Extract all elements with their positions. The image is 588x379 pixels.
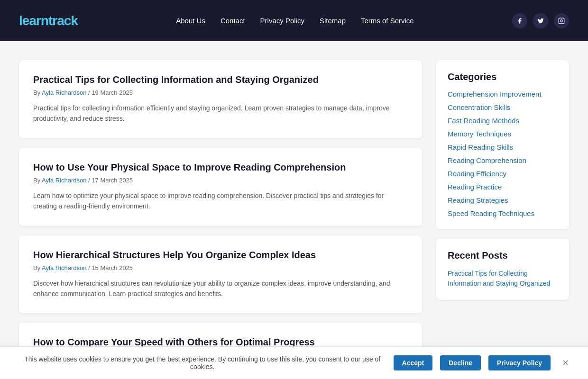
recent-posts-section: Recent Posts Practical Tips for Collecti…	[436, 239, 569, 300]
main-nav: About Us Contact Privacy Policy Sitemap …	[176, 17, 414, 25]
category-link-reading-strategies[interactable]: Reading Strategies	[448, 196, 508, 204]
svg-rect-0	[559, 18, 564, 24]
instagram-icon[interactable]	[554, 13, 569, 28]
close-cookie-banner-button[interactable]: ✕	[562, 358, 569, 368]
article-author-link[interactable]: Ayla Richardson	[42, 177, 86, 184]
article-title: How Hierarchical Structures Help You Org…	[33, 250, 408, 261]
nav-privacy-policy[interactable]: Privacy Policy	[260, 17, 304, 25]
privacy-policy-cookies-button[interactable]: Privacy Policy	[488, 355, 551, 370]
main-content: Practical Tips for Collecting Informatio…	[19, 60, 422, 366]
article-card: How Hierarchical Structures Help You Org…	[19, 235, 422, 314]
recent-post-link[interactable]: Practical Tips for Collecting Informatio…	[448, 270, 550, 287]
nav-contact[interactable]: Contact	[220, 17, 245, 25]
category-link-reading-practice[interactable]: Reading Practice	[448, 183, 502, 191]
category-link-memory-techniques[interactable]: Memory Techniques	[448, 130, 511, 138]
site-logo: learntrack	[19, 13, 78, 28]
accept-cookies-button[interactable]: Accept	[394, 355, 433, 370]
category-list: Comprehension Improvement Concentration …	[448, 90, 558, 218]
category-link-fast-reading-methods[interactable]: Fast Reading Methods	[448, 117, 519, 125]
article-meta: By Ayla Richardson / 17 March 2025	[33, 177, 408, 184]
logo-text: learntrack	[19, 13, 78, 28]
list-item: Reading Practice	[448, 183, 558, 191]
facebook-icon[interactable]	[512, 13, 527, 28]
list-item: Fast Reading Methods	[448, 117, 558, 125]
cookie-text: This website uses cookies to ensure you …	[19, 355, 386, 370]
list-item: Reading Strategies	[448, 196, 558, 205]
article-author-link[interactable]: Ayla Richardson	[42, 89, 86, 96]
category-link-reading-efficiency[interactable]: Reading Efficiency	[448, 170, 506, 178]
category-link-comprehension-improvement[interactable]: Comprehension Improvement	[448, 90, 542, 98]
category-link-rapid-reading-skills[interactable]: Rapid Reading Skills	[448, 143, 513, 151]
site-header: learntrack About Us Contact Privacy Poli…	[0, 0, 588, 41]
sidebar: Categories Comprehension Improvement Con…	[436, 60, 569, 366]
list-item: Comprehension Improvement	[448, 90, 558, 99]
category-link-reading-comprehension[interactable]: Reading Comprehension	[448, 156, 526, 164]
article-excerpt: Practical tips for collecting informatio…	[33, 103, 408, 124]
social-icons-group	[512, 13, 569, 28]
article-date: 15 March 2025	[92, 264, 133, 271]
article-title: How to Use Your Physical Space to Improv…	[33, 162, 408, 173]
category-link-speed-reading-techniques[interactable]: Speed Reading Techniques	[448, 209, 534, 217]
article-meta: By Ayla Richardson / 15 March 2025	[33, 264, 408, 271]
article-card: Practical Tips for Collecting Informatio…	[19, 60, 422, 138]
article-excerpt: Discover how hierarchical structures can…	[33, 278, 408, 299]
list-item: Reading Efficiency	[448, 170, 558, 178]
article-date: 17 March 2025	[92, 177, 133, 184]
list-item: Speed Reading Techniques	[448, 209, 558, 218]
article-excerpt: Learn how to optimize your physical spac…	[33, 190, 408, 212]
list-item: Rapid Reading Skills	[448, 143, 558, 152]
nav-sitemap[interactable]: Sitemap	[320, 17, 346, 25]
nav-about-us[interactable]: About Us	[176, 17, 205, 25]
decline-cookies-button[interactable]: Decline	[440, 355, 481, 370]
page-container: Practical Tips for Collecting Informatio…	[9, 60, 579, 366]
cookie-banner: This website uses cookies to ensure you …	[0, 346, 588, 379]
twitter-icon[interactable]	[533, 13, 548, 28]
list-item: Memory Techniques	[448, 130, 558, 138]
article-card: How to Use Your Physical Space to Improv…	[19, 148, 422, 226]
recent-posts-title: Recent Posts	[448, 250, 558, 261]
article-author-link[interactable]: Ayla Richardson	[42, 264, 86, 271]
categories-section: Categories Comprehension Improvement Con…	[436, 60, 569, 229]
article-date: 19 March 2025	[92, 89, 133, 96]
article-title: Practical Tips for Collecting Informatio…	[33, 74, 408, 85]
nav-terms-of-service[interactable]: Terms of Service	[361, 17, 414, 25]
categories-title: Categories	[448, 72, 558, 82]
list-item: Concentration Skills	[448, 103, 558, 112]
article-meta: By Ayla Richardson / 19 March 2025	[33, 89, 408, 96]
category-link-concentration-skills[interactable]: Concentration Skills	[448, 103, 511, 111]
list-item: Reading Comprehension	[448, 156, 558, 165]
